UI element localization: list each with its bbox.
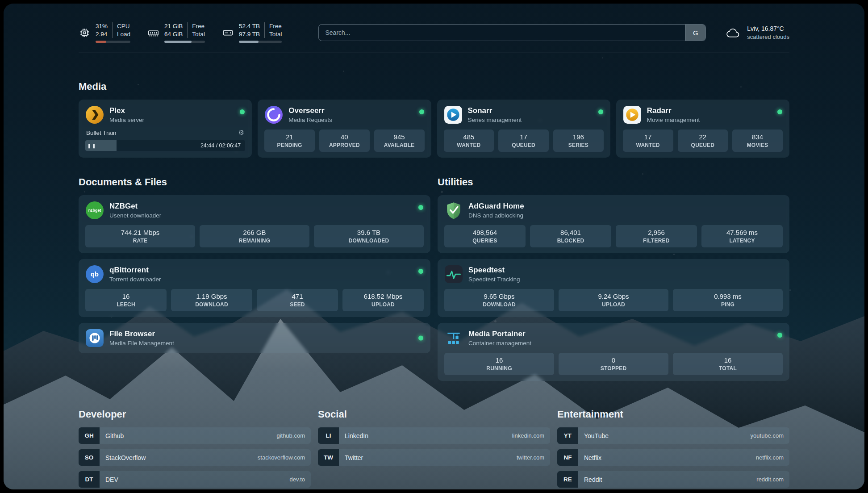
card-radarr[interactable]: Radarr Movie management 17 WANTED 22 QUE… [616,100,789,158]
stat-label: DOWNLOAD [446,301,552,308]
card-portainer[interactable]: Media Portainer Container management 16 … [438,323,789,381]
stat: 9.65 Gbps DOWNLOAD [444,289,554,311]
bookmark-stackoverflow[interactable]: SO StackOverflow stackoverflow.com [79,449,311,466]
app-name: Overseerr [288,106,332,115]
stat-label: UPLOAD [344,301,422,308]
stat-label: DOWNLOADED [316,238,422,244]
card-plex[interactable]: Plex Media server Bullet Train ⚙ ❚❚ 24:4… [79,100,252,158]
disk-progress-bar [239,41,282,43]
app-subtitle: Series management [468,117,522,123]
cloud-icon [726,26,742,39]
card-sonarr[interactable]: Sonarr Series management 485 WANTED 17 Q… [437,100,610,158]
stat-label: SERIES [555,142,602,148]
adguard-icon [444,201,463,220]
stat-label: WANTED [446,142,492,148]
status-dot [598,109,603,114]
stat: 744.21 Mbps RATE [85,225,195,247]
card-overseerr[interactable]: Overseerr Media Requests 21 PENDING 40 A… [258,100,431,158]
stat: 86,401 BLOCKED [530,225,611,247]
bookmark-url: linkedin.com [512,432,550,439]
app-subtitle: Media Requests [288,117,332,123]
section-entertainment: Entertainment YT YouTube youtube.com NF … [557,409,789,488]
app-subtitle: Container management [468,340,531,347]
stat-label: UPLOAD [560,301,667,308]
app-subtitle: Movie management [647,117,700,123]
bookmark-abbr: GH [79,427,100,444]
section-title-utilities: Utilities [438,176,789,188]
stat: 618.52 Mbps UPLOAD [342,289,424,311]
weather-condition: scattered clouds [747,33,789,41]
stat: 945 AVAILABLE [374,130,425,152]
bookmark-linkedin[interactable]: LI LinkedIn linkedin.com [318,427,550,444]
stat-value: 40 [321,133,368,141]
memory-widget: 21 GiB 64 GiB Free Total [147,22,205,43]
stat-value: 16 [446,356,552,364]
stat-label: WANTED [625,142,672,148]
stat: 498,564 QUERIES [444,225,526,247]
app-name: AdGuard Home [468,202,524,211]
disk-free: 52.4 TB [239,22,260,30]
stat: 16 RUNNING [444,353,554,375]
qbittorrent-icon: qb [85,265,104,284]
stat-value: 39.6 TB [316,229,422,236]
disk-total: 97.9 TB [239,30,260,38]
bookmark-name: Twitter [339,454,363,461]
app-name: Radarr [647,106,700,115]
stat-label: APPROVED [321,142,368,148]
pause-icon[interactable]: ❚❚ [85,143,99,148]
topbar: 31% 2.94 CPU Load [79,22,789,43]
nzbget-icon: nzbget [85,201,104,220]
stat-value: 9.24 Gbps [560,292,667,300]
bookmark-reddit[interactable]: RE Reddit reddit.com [557,471,789,488]
svg-text:qb: qb [91,271,99,278]
topbar-divider [79,53,789,53]
stat-label: TOTAL [675,365,781,372]
bookmark-dev[interactable]: DT DEV dev.to [79,471,311,488]
card-nzbget[interactable]: nzbget NZBGet Usenet downloader 744.21 M… [79,195,430,253]
card-adguard[interactable]: AdGuard Home DNS and adblocking 498,564 … [438,195,789,253]
card-qbittorrent[interactable]: qb qBittorrent Torrent downloader 16 LEE… [79,259,430,317]
stat-label: LEECH [87,301,165,308]
card-filebrowser[interactable]: File Browser Media File Management [79,323,430,353]
section-documents: Documents & Files nzbget NZBGet [79,176,430,381]
section-title-media: Media [79,81,789,92]
search-input[interactable] [319,25,685,41]
stat: 21 PENDING [264,130,315,152]
bookmark-twitter[interactable]: TW Twitter twitter.com [318,449,550,466]
stat-value: 0.993 ms [675,292,781,300]
stat: 40 APPROVED [319,130,370,152]
bookmark-url: twitter.com [517,454,550,461]
section-title-documents: Documents & Files [79,176,430,188]
stat-value: 498,564 [446,229,524,236]
stat: 834 MOVIES [732,130,783,152]
stat-value: 17 [500,133,547,141]
filebrowser-icon [85,329,104,347]
memory-total-label: Total [192,30,205,38]
speedtest-icon [444,265,463,284]
stat-value: 471 [259,292,336,300]
weather-widget: Lviv, 16.87°C scattered clouds [726,25,789,41]
stat-value: 485 [446,133,492,141]
bookmark-abbr: YT [557,427,578,444]
app-name: Speedtest [468,266,520,275]
bookmark-youtube[interactable]: YT YouTube youtube.com [557,427,789,444]
stat-label: SEED [259,301,336,308]
search-provider-button[interactable]: G [685,25,705,41]
plex-player-bar[interactable]: ❚❚ 24:44 / 02:06:47 [85,140,245,151]
gear-icon[interactable]: ⚙ [238,129,244,137]
stat-value: 266 GB [201,229,308,236]
bookmark-netflix[interactable]: NF Netflix netflix.com [557,449,789,466]
cpu-widget: 31% 2.94 CPU Load [79,22,130,43]
bookmark-name: Netflix [578,454,601,461]
plex-icon [85,105,104,124]
stat-value: 9.65 Gbps [446,292,552,300]
app-name: Media Portainer [468,330,531,338]
bookmark-github[interactable]: GH Github github.com [79,427,311,444]
bookmark-url: reddit.com [756,476,789,483]
stat-value: 16 [675,356,781,364]
app-subtitle: Media server [109,117,144,123]
card-speedtest[interactable]: Speedtest Speedtest Tracking 9.65 Gbps D… [438,259,789,317]
bookmark-abbr: RE [557,471,578,488]
bookmark-name: YouTube [578,432,609,439]
stat: 0.993 ms PING [673,289,783,311]
